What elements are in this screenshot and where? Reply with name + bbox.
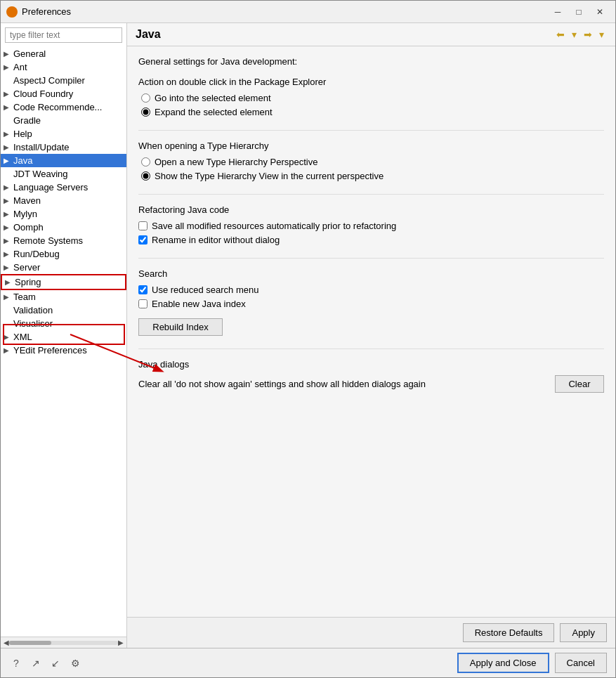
tree-arrow-oomph: ▶ bbox=[4, 223, 13, 231]
sidebar-item-aspectj[interactable]: AspectJ Compiler bbox=[1, 74, 126, 87]
search-title: Search bbox=[138, 268, 604, 279]
search-section: Search Use reduced search menu Enable ne… bbox=[138, 268, 604, 336]
rename-editor-label: Rename in editor without dialog bbox=[152, 235, 280, 245]
window-controls: ─ □ ✕ bbox=[548, 4, 610, 20]
sidebar-item-visualiser[interactable]: Visualiser bbox=[1, 317, 126, 330]
double-click-title: Action on double click in the Package Ex… bbox=[138, 77, 604, 87]
apply-button[interactable]: Apply bbox=[560, 623, 607, 642]
sidebar-item-maven[interactable]: ▶Maven bbox=[1, 194, 126, 207]
type-hierarchy-section: When opening a Type Hierarchy Open a new… bbox=[138, 141, 604, 181]
scroll-left-arrow[interactable]: ◀ bbox=[4, 639, 9, 646]
footer-bar: ? ↗ ↙ ⚙ Apply and Close Cancel bbox=[1, 648, 615, 677]
go-into-label: Go into the selected element bbox=[155, 93, 271, 103]
tree-arrow-spring: ▶ bbox=[5, 278, 15, 286]
new-perspective-option[interactable]: Open a new Type Hierarchy Perspective bbox=[141, 157, 604, 167]
scroll-thumb bbox=[9, 641, 51, 645]
forward-dropdown-button[interactable]: ▾ bbox=[596, 27, 607, 41]
sidebar-item-remotesystems[interactable]: ▶Remote Systems bbox=[1, 234, 126, 247]
footer-icons: ? ↗ ↙ ⚙ bbox=[9, 656, 457, 670]
show-view-label: Show the Type Hierarchy View in the curr… bbox=[155, 171, 384, 181]
tree-arrow-cloudfoundry: ▶ bbox=[4, 90, 13, 98]
sidebar-item-yeditprefs[interactable]: ▶YEdit Preferences bbox=[1, 344, 126, 357]
tree-arrow-help: ▶ bbox=[4, 130, 13, 138]
reduced-menu-checkbox[interactable] bbox=[138, 285, 148, 294]
go-into-option[interactable]: Go into the selected element bbox=[141, 93, 604, 103]
expand-radio[interactable] bbox=[141, 107, 150, 117]
clear-row: Clear all 'do not show again' settings a… bbox=[138, 375, 604, 393]
tree-label-aspectj: AspectJ Compiler bbox=[13, 75, 124, 86]
reduced-menu-option[interactable]: Use reduced search menu bbox=[138, 285, 604, 295]
rename-editor-option[interactable]: Rename in editor without dialog bbox=[138, 235, 604, 245]
help-icon[interactable]: ? bbox=[9, 656, 23, 670]
sidebar-item-spring[interactable]: ▶Spring bbox=[1, 274, 126, 290]
bottom-toolbar: Restore Defaults Apply bbox=[127, 617, 615, 648]
tree-label-java: Java bbox=[13, 155, 124, 166]
enable-index-checkbox[interactable] bbox=[138, 299, 148, 308]
minimize-button[interactable]: ─ bbox=[548, 4, 568, 20]
sidebar-item-languageservers[interactable]: ▶Language Servers bbox=[1, 181, 126, 194]
sidebar-item-xml[interactable]: ▶XML bbox=[1, 330, 126, 344]
sidebar-item-general[interactable]: ▶General bbox=[1, 47, 126, 60]
enable-index-option[interactable]: Enable new Java index bbox=[138, 299, 604, 309]
sidebar-item-gradle[interactable]: Gradle bbox=[1, 114, 126, 127]
tree-label-server: Server bbox=[13, 262, 124, 273]
sidebar-item-installupdate[interactable]: ▶Install/Update bbox=[1, 141, 126, 154]
main-content: ▶General▶AntAspectJ Compiler▶Cloud Found… bbox=[1, 23, 615, 648]
rebuild-index-button[interactable]: Rebuild Index bbox=[138, 318, 223, 336]
restore-defaults-button[interactable]: Restore Defaults bbox=[463, 623, 555, 642]
reduced-menu-label: Use reduced search menu bbox=[152, 285, 258, 295]
show-view-option[interactable]: Show the Type Hierarchy View in the curr… bbox=[141, 171, 604, 181]
tree-arrow-maven: ▶ bbox=[4, 197, 13, 204]
export-icon[interactable]: ↗ bbox=[29, 656, 43, 670]
scroll-right-arrow[interactable]: ▶ bbox=[118, 639, 124, 646]
sidebar-item-rundebug[interactable]: ▶Run/Debug bbox=[1, 247, 126, 261]
sidebar-item-ant[interactable]: ▶Ant bbox=[1, 60, 126, 74]
back-dropdown-button[interactable]: ▾ bbox=[569, 27, 579, 41]
new-perspective-radio[interactable] bbox=[141, 157, 150, 167]
forward-button[interactable]: ➡ bbox=[581, 27, 595, 41]
right-panel: Java ⬅ ▾ ➡ ▾ General settings for Java d… bbox=[127, 23, 615, 648]
apply-close-button[interactable]: Apply and Close bbox=[457, 653, 549, 673]
sidebar-item-mylyn[interactable]: ▶Mylyn bbox=[1, 207, 126, 221]
tree-label-gradle: Gradle bbox=[13, 115, 124, 126]
tree-label-mylyn: Mylyn bbox=[13, 209, 124, 219]
sidebar-item-help[interactable]: ▶Help bbox=[1, 127, 126, 141]
save-all-option[interactable]: Save all modified resources automaticall… bbox=[138, 221, 604, 231]
refactoring-section: Refactoring Java code Save all modified … bbox=[138, 204, 604, 245]
tree-arrow-yeditprefs: ▶ bbox=[4, 346, 13, 354]
sidebar-item-java[interactable]: ▶Java bbox=[1, 154, 126, 167]
sidebar-item-team[interactable]: ▶Team bbox=[1, 290, 126, 304]
sidebar-scrollbar[interactable]: ◀ ▶ bbox=[1, 637, 126, 648]
go-into-radio[interactable] bbox=[141, 93, 150, 103]
expand-option[interactable]: Expand the selected element bbox=[141, 107, 604, 117]
back-button[interactable]: ⬅ bbox=[553, 27, 568, 41]
maximize-button[interactable]: □ bbox=[569, 4, 589, 20]
show-view-radio[interactable] bbox=[141, 171, 150, 181]
tree-arrow-team: ▶ bbox=[4, 293, 13, 301]
cancel-button[interactable]: Cancel bbox=[555, 653, 607, 673]
sidebar-item-jdtweaving[interactable]: JDT Weaving bbox=[1, 167, 126, 181]
settings-icon[interactable]: ⚙ bbox=[68, 656, 82, 670]
tree-label-cloudfoundry: Cloud Foundry bbox=[13, 89, 124, 99]
sidebar-item-coderec[interactable]: ▶Code Recommende... bbox=[1, 100, 126, 114]
close-button[interactable]: ✕ bbox=[590, 4, 610, 20]
import-icon[interactable]: ↙ bbox=[48, 656, 63, 670]
tree-arrow-xml: ▶ bbox=[4, 333, 13, 341]
filter-input[interactable] bbox=[5, 27, 122, 43]
sidebar-item-cloudfoundry[interactable]: ▶Cloud Foundry bbox=[1, 87, 126, 100]
clear-button[interactable]: Clear bbox=[555, 375, 604, 393]
double-click-options: Go into the selected element Expand the … bbox=[138, 93, 604, 117]
rename-editor-checkbox[interactable] bbox=[138, 235, 148, 245]
sidebar-item-validation[interactable]: Validation bbox=[1, 304, 126, 317]
save-all-checkbox[interactable] bbox=[138, 221, 148, 230]
type-hierarchy-options: Open a new Type Hierarchy Perspective Sh… bbox=[138, 157, 604, 181]
sidebar-item-server[interactable]: ▶Server bbox=[1, 261, 126, 274]
clear-description: Clear all 'do not show again' settings a… bbox=[138, 379, 546, 389]
tree-label-general: General bbox=[13, 48, 124, 59]
panel-description: General settings for Java development: bbox=[138, 56, 604, 67]
nav-arrows: ⬅ ▾ ➡ ▾ bbox=[553, 27, 607, 41]
tree-arrow-ant: ▶ bbox=[4, 63, 13, 71]
tree-label-yeditprefs: YEdit Preferences bbox=[13, 345, 124, 356]
tree-label-rundebug: Run/Debug bbox=[13, 249, 124, 259]
sidebar-item-oomph[interactable]: ▶Oomph bbox=[1, 221, 126, 234]
